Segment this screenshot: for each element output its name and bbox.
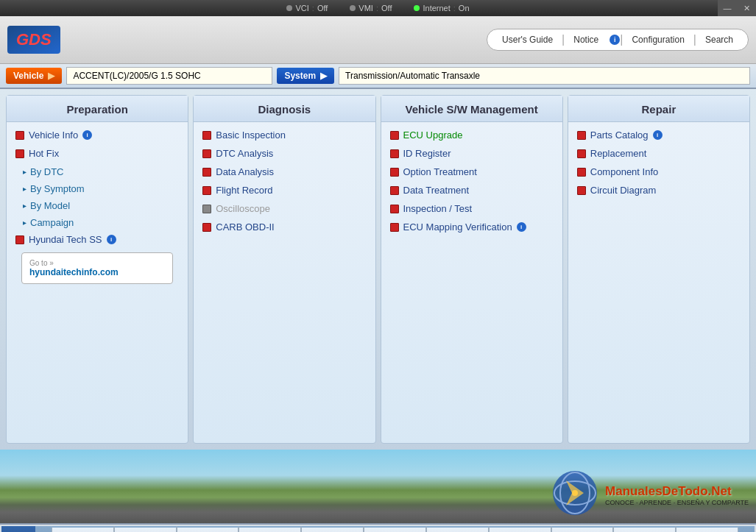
tab-flight-record[interactable]: Flight Record [301, 526, 364, 533]
ecu-upgrade-item[interactable]: ECU Upgrade [390, 130, 554, 141]
circuit-diagram-icon [577, 186, 586, 195]
by-dtc-item[interactable]: ▸ By DTC [15, 166, 179, 177]
replacement-item[interactable]: Replacement [577, 148, 741, 159]
vci-dot [286, 5, 292, 11]
tab-oscilloscope[interactable]: Oscilloscope [426, 526, 489, 533]
tab-simulation-test[interactable]: Simulation Test [489, 526, 551, 533]
parts-catalog-badge: i [653, 130, 663, 140]
system-input[interactable] [339, 67, 750, 85]
notice-nav-item: Notice i [565, 32, 620, 47]
tab-case-analysis[interactable]: Case Analysis [52, 526, 114, 533]
option-treatment-item[interactable]: Option Treatment [390, 166, 554, 177]
parts-catalog-icon [577, 131, 586, 140]
circuit-diagram-item[interactable]: Circuit Diagram [577, 185, 741, 196]
preparation-header: Preparation [7, 96, 188, 122]
by-symptom-arrow: ▸ [23, 185, 27, 193]
data-treatment-icon [390, 186, 399, 195]
window-controls: — ✕ [718, 0, 756, 16]
tab-next-button[interactable]: ▶ [738, 526, 755, 533]
close-button[interactable]: ✕ [737, 0, 756, 16]
preparation-body: Vehicle Info i Hot Fix ▸ By DTC ▸ By Sym… [7, 122, 188, 443]
by-symptom-item[interactable]: ▸ By Symptom [15, 183, 179, 194]
data-analysis-icon [202, 168, 211, 177]
bottom-tab-bar: ⚙ Setup ◀ Case Analysis DTC Current Data… [0, 523, 756, 532]
by-dtc-arrow: ▸ [23, 168, 27, 176]
basic-inspection-icon [202, 131, 211, 140]
basic-inspection-item[interactable]: Basic Inspection [202, 130, 366, 141]
tab-actuation-test[interactable]: Actuation Test [239, 526, 301, 533]
option-treatment-icon [390, 168, 399, 177]
vehicle-sw-column: Vehicle S/W Management ECU Upgrade ID Re… [381, 95, 563, 444]
data-analysis-item[interactable]: Data Analysis [202, 166, 366, 177]
vci-status: VCI : Off [286, 4, 328, 13]
vehicle-info-icon [15, 131, 24, 140]
repair-header: Repair [568, 96, 749, 122]
vehicle-sw-body: ECU Upgrade ID Register Option Treatment… [381, 122, 562, 443]
hot-fix-icon [15, 149, 24, 158]
notice-button[interactable]: Notice [565, 32, 607, 47]
ecu-mapping-item[interactable]: ECU Mapping Verification i [390, 221, 554, 233]
diagnosis-body: Basic Inspection DTC Analysis Data Analy… [194, 122, 375, 443]
tab-current-data[interactable]: Current Data [177, 526, 239, 533]
setup-button[interactable]: ⚙ Setup [1, 526, 35, 533]
app-header: GDS User's Guide | Notice i | Configurat… [0, 16, 756, 64]
internet-status: Internet : On [414, 4, 469, 13]
tech-link-box[interactable]: Go to » hyundaitechinfo.com [21, 252, 173, 284]
carb-obd-icon [202, 223, 211, 232]
replacement-icon [577, 149, 586, 158]
tab-fault-code[interactable]: Fault Code Searching [676, 526, 738, 533]
dtc-analysis-icon [202, 149, 211, 158]
dtc-analysis-item[interactable]: DTC Analysis [202, 148, 366, 159]
tab-internet-update[interactable]: Internet Update i [551, 526, 614, 533]
carb-obd-item[interactable]: CARB OBD-II [202, 221, 366, 233]
tab-ecu-upgrade[interactable]: ECU Upgrade [613, 526, 676, 533]
vehicle-badge: Vehicle ▶ [6, 68, 62, 84]
campaign-arrow: ▸ [23, 219, 27, 227]
tab-dtc[interactable]: DTC [114, 526, 177, 533]
internet-dot [414, 5, 420, 11]
inspection-test-item[interactable]: Inspection / Test [390, 203, 554, 214]
hot-fix-item[interactable]: Hot Fix [15, 148, 179, 159]
app-logo: GDS [7, 26, 60, 54]
vehicle-info-item[interactable]: Vehicle Info i [15, 130, 179, 141]
repair-column: Repair Parts Catalog i Replacement Compo… [568, 95, 750, 444]
id-register-icon [390, 149, 399, 158]
vehicle-info-badge: i [82, 130, 92, 140]
vehicle-sw-header: Vehicle S/W Management [381, 96, 562, 122]
tab-dvom[interactable]: DVOM [364, 526, 426, 533]
repair-body: Parts Catalog i Replacement Component In… [568, 122, 749, 443]
by-model-item[interactable]: ▸ By Model [15, 200, 179, 211]
watermark-area: ManualesDeTodo.Net CONOCE · APRENDE · EN… [605, 484, 749, 506]
ecu-mapping-icon [390, 223, 399, 232]
watermark-logo-icon [551, 469, 599, 517]
background-scene: ManualesDeTodo.Net CONOCE · APRENDE · EN… [0, 450, 756, 523]
flight-record-item[interactable]: Flight Record [202, 185, 366, 196]
search-button[interactable]: Search [696, 32, 742, 47]
system-badge: System ▶ [277, 68, 334, 84]
campaign-item[interactable]: ▸ Campaign [15, 217, 179, 228]
configuration-button[interactable]: Configuration [623, 32, 693, 47]
hyundai-tech-item[interactable]: Hyundai Tech SS i [15, 234, 179, 245]
hyundai-tech-badge: i [107, 235, 116, 244]
tab-prev-button[interactable]: ◀ [35, 526, 52, 533]
users-guide-button[interactable]: User's Guide [493, 32, 562, 47]
component-info-icon [577, 168, 586, 177]
vmi-dot [350, 5, 356, 11]
diagnosis-header: Diagnosis [194, 96, 375, 122]
hyundai-tech-icon [15, 235, 24, 244]
oscilloscope-icon [202, 205, 211, 213]
ecu-mapping-badge: i [517, 222, 526, 232]
notice-info-icon: i [610, 35, 620, 45]
vmi-status: VMI : Off [350, 4, 392, 13]
parts-catalog-item[interactable]: Parts Catalog i [577, 130, 741, 141]
id-register-item[interactable]: ID Register [390, 148, 554, 159]
main-content: Preparation Vehicle Info i Hot Fix ▸ By … [0, 89, 756, 450]
ecu-upgrade-icon [390, 131, 399, 140]
minimize-button[interactable]: — [718, 0, 737, 16]
component-info-item[interactable]: Component Info [577, 166, 741, 177]
vehicle-bar: Vehicle ▶ System ▶ [0, 64, 756, 89]
vehicle-input[interactable] [66, 67, 272, 85]
data-treatment-item[interactable]: Data Treatment [390, 185, 554, 196]
system-arrow-icon: ▶ [320, 71, 327, 81]
preparation-column: Preparation Vehicle Info i Hot Fix ▸ By … [6, 95, 188, 444]
